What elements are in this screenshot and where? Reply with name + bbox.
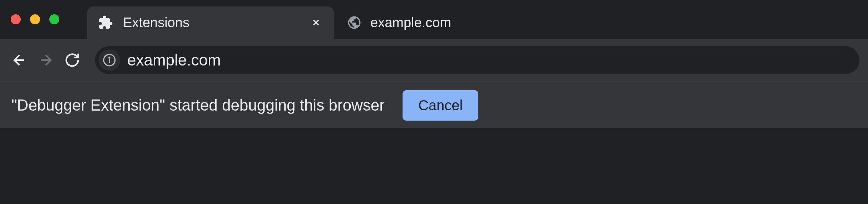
window-controls [11, 14, 59, 24]
tabs-container: Extensions example.com [87, 0, 462, 39]
debugger-notification: "Debugger Extension" started debugging t… [0, 82, 868, 128]
forward-button[interactable] [35, 49, 56, 71]
back-button[interactable] [9, 49, 30, 71]
site-info-button[interactable] [99, 49, 120, 71]
close-tab-button[interactable] [309, 15, 323, 30]
address-bar[interactable]: example.com [95, 46, 859, 74]
cancel-button[interactable]: Cancel [403, 90, 479, 121]
svg-point-2 [109, 57, 110, 58]
tab-title: example.com [370, 15, 451, 30]
close-window-button[interactable] [11, 14, 21, 24]
tab-title: Extensions [123, 15, 299, 30]
tab-bar: Extensions example.com [0, 0, 868, 39]
url-text: example.com [127, 51, 854, 69]
tab-example[interactable]: example.com [334, 6, 462, 39]
puzzle-icon [98, 15, 113, 30]
toolbar: example.com [0, 39, 868, 82]
maximize-window-button[interactable] [49, 14, 59, 24]
reload-button[interactable] [61, 49, 83, 71]
minimize-window-button[interactable] [30, 14, 40, 24]
notification-message: "Debugger Extension" started debugging t… [11, 96, 385, 114]
globe-icon [347, 15, 362, 30]
tab-extensions[interactable]: Extensions [87, 6, 334, 39]
